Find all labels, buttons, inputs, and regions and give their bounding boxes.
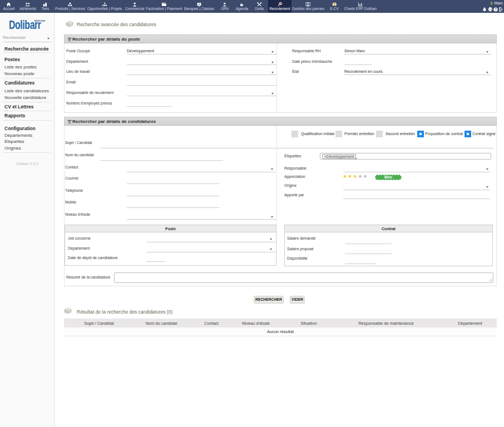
svg-text:?: ? xyxy=(495,8,497,11)
